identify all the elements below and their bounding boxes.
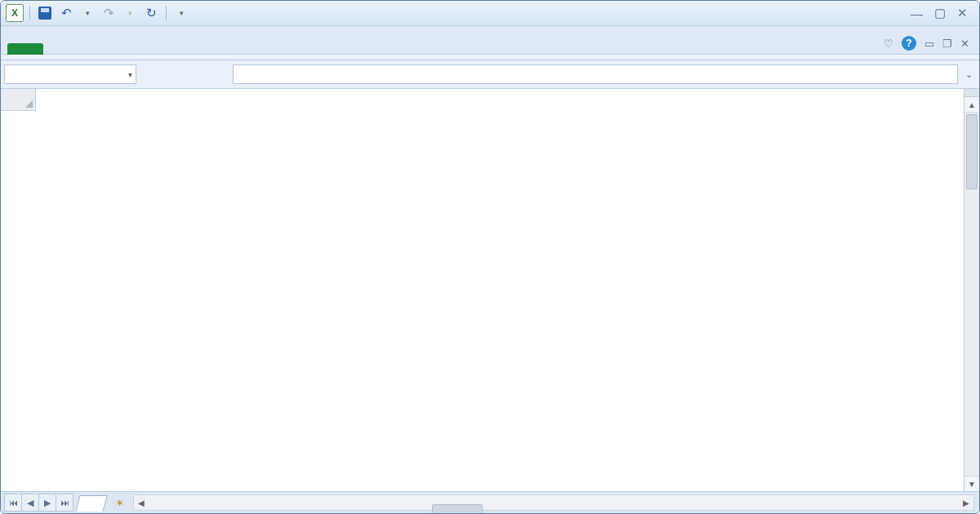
tab-data[interactable] bbox=[203, 42, 239, 54]
undo-dropdown[interactable]: ▾ bbox=[78, 4, 96, 22]
formula-bar: ▾ ⌄ bbox=[1, 60, 979, 89]
sheet-tab-bar: ⏮ ◀ ▶ ⏭ ✶ ◀ ▶ bbox=[1, 491, 979, 513]
select-all-corner[interactable] bbox=[1, 89, 36, 111]
touch-mode-button[interactable]: ↻ bbox=[142, 4, 160, 22]
split-handle-top[interactable] bbox=[964, 89, 979, 97]
sheet-nav-last[interactable]: ⏭ bbox=[56, 494, 74, 512]
win-restore-icon[interactable]: ❐ bbox=[942, 38, 952, 50]
sheet-nav-next[interactable]: ▶ bbox=[38, 494, 56, 512]
redo-dropdown[interactable]: ▾ bbox=[121, 4, 139, 22]
name-box[interactable]: ▾ bbox=[4, 64, 136, 84]
hscroll-thumb[interactable] bbox=[432, 504, 483, 514]
tab-file[interactable] bbox=[7, 43, 43, 55]
title-bar: ↶ ▾ ↷ ▾ ↻ ▾ — ▢ ✕ bbox=[1, 1, 979, 26]
horizontal-scrollbar[interactable]: ◀ ▶ bbox=[133, 494, 974, 511]
tab-page-layout[interactable] bbox=[131, 42, 167, 54]
undo-button[interactable]: ↶ bbox=[57, 4, 75, 22]
win-minimize-icon[interactable]: ▭ bbox=[924, 38, 934, 50]
tab-formulas[interactable] bbox=[167, 42, 203, 54]
worksheet-grid[interactable]: ▲ ▼ bbox=[1, 89, 979, 491]
ribbon-collapsed-strip bbox=[1, 55, 979, 60]
redo-button[interactable]: ↷ bbox=[100, 4, 118, 22]
formula-expand-icon[interactable]: ⌄ bbox=[961, 69, 976, 80]
scroll-left-icon[interactable]: ◀ bbox=[134, 498, 149, 507]
tab-insert[interactable] bbox=[96, 42, 131, 54]
win-close-icon[interactable]: ✕ bbox=[960, 38, 969, 50]
ribbon-tabs: ♡ ? ▭ ❐ ✕ bbox=[1, 26, 979, 55]
help-button[interactable]: ? bbox=[902, 36, 916, 51]
maximize-button[interactable]: ▢ bbox=[934, 6, 946, 20]
scroll-down-icon[interactable]: ▼ bbox=[964, 476, 979, 491]
excel-window: ↶ ▾ ↷ ▾ ↻ ▾ — ▢ ✕ ♡ ? ▭ ❐ ✕ bbox=[0, 0, 980, 514]
ribbon-minimize-icon[interactable]: ♡ bbox=[884, 38, 893, 50]
vertical-scrollbar[interactable]: ▲ ▼ bbox=[964, 97, 979, 491]
quick-access-toolbar: ↶ ▾ ↷ ▾ ↻ ▾ bbox=[6, 4, 190, 22]
sheet-nav-prev[interactable]: ◀ bbox=[21, 494, 39, 512]
tab-view[interactable] bbox=[275, 42, 311, 54]
minimize-button[interactable]: — bbox=[911, 7, 923, 20]
qat-customize[interactable]: ▾ bbox=[172, 4, 190, 22]
name-box-dropdown-icon[interactable]: ▾ bbox=[128, 70, 132, 79]
formula-input[interactable] bbox=[233, 64, 958, 84]
sheet-nav-first[interactable]: ⏮ bbox=[4, 494, 22, 512]
scroll-right-icon[interactable]: ▶ bbox=[959, 498, 973, 507]
sheet-tab-sheet1[interactable] bbox=[75, 495, 107, 512]
save-icon bbox=[38, 7, 51, 20]
tab-review[interactable] bbox=[239, 42, 275, 54]
window-controls: — ▢ ✕ bbox=[911, 6, 974, 20]
tab-home[interactable] bbox=[60, 42, 96, 54]
app-icon[interactable] bbox=[6, 4, 24, 22]
close-button[interactable]: ✕ bbox=[957, 6, 968, 20]
save-button[interactable] bbox=[36, 4, 54, 22]
new-sheet-button[interactable]: ✶ bbox=[110, 495, 128, 510]
scroll-up-icon[interactable]: ▲ bbox=[964, 97, 979, 113]
vscroll-thumb[interactable] bbox=[966, 114, 978, 189]
